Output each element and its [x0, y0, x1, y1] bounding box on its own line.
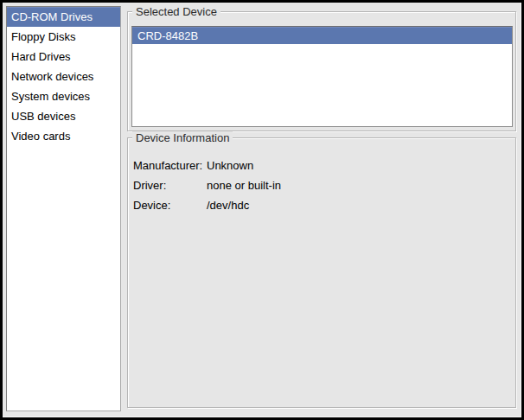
info-row-device: Device: /dev/hdc: [131, 195, 512, 215]
manufacturer-value: Unknown: [207, 156, 512, 175]
device-information-frame-title: Device Information: [132, 131, 233, 145]
selected-device-frame-title: Selected Device: [132, 5, 220, 19]
hardware-category-list: CD-ROM Drives Floppy Disks Hard Drives N…: [6, 6, 121, 411]
sidebar-item-floppy-disks[interactable]: Floppy Disks: [7, 27, 120, 47]
device-information-fields: Manufacturer: Unknown Driver: none or bu…: [131, 156, 512, 215]
sidebar-item-hard-drives[interactable]: Hard Drives: [7, 47, 120, 67]
sidebar-item-usb-devices[interactable]: USB devices: [7, 106, 120, 126]
driver-value: none or built-in: [207, 175, 512, 195]
sidebar-item-system-devices[interactable]: System devices: [7, 86, 120, 106]
sidebar-item-cdrom-drives[interactable]: CD-ROM Drives: [7, 7, 120, 27]
info-row-driver: Driver: none or built-in: [131, 175, 512, 195]
selected-device-list: CRD-8482B: [131, 26, 513, 127]
hardware-browser-window: { "colors": { "selection_bg": "#5b77af",…: [0, 0, 524, 420]
driver-label: Driver:: [133, 175, 207, 195]
device-information-frame: Device Information Manufacturer: Unknown…: [127, 137, 516, 408]
sidebar-item-video-cards[interactable]: Video cards: [7, 126, 120, 146]
device-list-item-crd-8482b[interactable]: CRD-8482B: [132, 27, 512, 44]
sidebar-item-network-devices[interactable]: Network devices: [7, 67, 120, 86]
device-label: Device:: [133, 195, 207, 215]
selected-device-frame: Selected Device CRD-8482B: [127, 11, 516, 131]
device-value: /dev/hdc: [207, 195, 512, 215]
manufacturer-label: Manufacturer:: [133, 156, 207, 175]
info-row-manufacturer: Manufacturer: Unknown: [131, 156, 512, 175]
